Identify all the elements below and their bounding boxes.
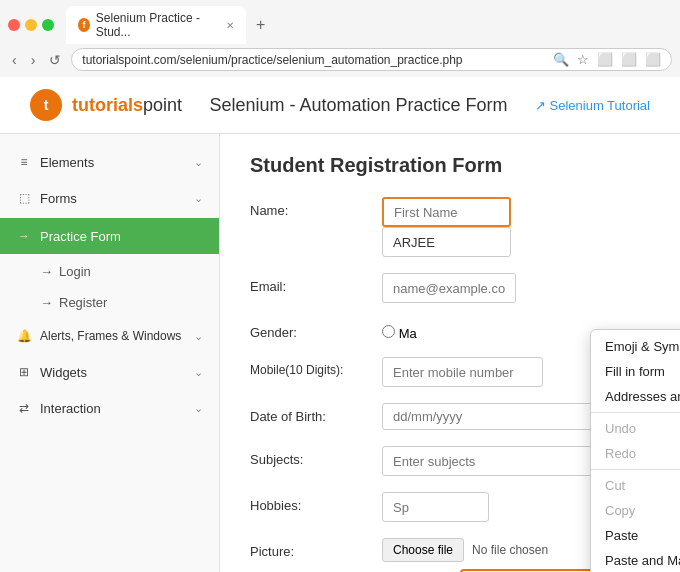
dob-input[interactable] [382,403,602,430]
gender-radio[interactable] [382,325,395,338]
email-label: Email: [250,273,370,294]
subjects-label: Subjects: [250,446,370,467]
logo-area: t tutorialspoint [30,89,182,121]
dob-label: Date of Birth: [250,403,370,424]
sidebar-item-widgets[interactable]: ⊞ Widgets ⌄ [0,354,219,390]
ctx-cut-label: Cut [605,478,625,493]
mobile-input[interactable] [382,357,543,387]
sidebar-item-elements[interactable]: ≡ Elements ⌄ [0,144,219,180]
close-traffic-light[interactable] [8,19,20,31]
sidebar-item-alerts[interactable]: 🔔 Alerts, Frames & Windows ⌄ [0,318,219,354]
ctx-cut: Cut [591,473,680,498]
sidebar-label-interaction: Interaction [40,401,101,416]
header-title: Selenium - Automation Practice Form [209,95,507,116]
sidebar-label-forms: Forms [40,191,77,206]
sidebar-item-forms[interactable]: ⬚ Forms ⌄ [0,180,219,216]
ctx-copy-label: Copy [605,503,635,518]
name-label: Name: [250,197,370,218]
refresh-button[interactable]: ↺ [45,50,65,70]
sidebar-item-practice-form[interactable]: → Practice Form [0,218,219,254]
page-wrapper: t tutorialspoint Selenium - Automation P… [0,77,680,564]
email-field-wrap [382,273,650,303]
last-name-input[interactable] [382,227,511,257]
chevron-elements: ⌄ [194,156,203,169]
name-input[interactable] [382,197,511,227]
tab-bar: Selenium Practice - Stud... ✕ + [0,0,680,44]
chevron-alerts: ⌄ [194,330,203,343]
subjects-input[interactable] [382,446,596,476]
back-button[interactable]: ‹ [8,50,21,70]
ctx-copy: Copy [591,498,680,523]
sidebar-label-elements: Elements [40,155,94,170]
selenium-tutorial-link[interactable]: ↗ Selenium Tutorial [535,98,650,113]
file-name-text: No file chosen [472,543,548,557]
mobile-label: Mobile(10 Digits): [250,357,370,377]
url-action-icons: 🔍 ☆ ⬜ ⬜ ⬜ [553,52,661,67]
ctx-fill[interactable]: Fill in form [591,359,680,384]
logo-text: tutorialspoint [72,95,182,116]
ctx-emoji-label: Emoji & Symbols [605,339,680,354]
tab-close-button[interactable]: ✕ [226,20,234,31]
choose-file-button[interactable]: Choose file [382,538,464,562]
sidebar-label-widgets: Widgets [40,365,87,380]
picture-label: Picture: [250,538,370,559]
page-title: Student Registration Form [250,154,650,177]
ctx-addresses-label: Addresses and more [605,389,680,404]
hobbies-label: Hobbies: [250,492,370,513]
gender-options: Ma [382,319,417,341]
practice-form-icon: → [16,228,32,244]
ctx-undo: Undo [591,416,680,441]
ctx-sep-2 [591,469,680,470]
gender-radio-label: Ma [382,325,417,341]
ctx-paste-label: Paste [605,528,638,543]
active-tab[interactable]: Selenium Practice - Stud... ✕ [66,6,246,44]
page-header: t tutorialspoint Selenium - Automation P… [0,77,680,134]
ctx-emoji[interactable]: Emoji & Symbols [591,334,680,359]
ctx-fill-label: Fill in form [605,364,665,379]
name-field [382,197,650,257]
context-menu: Emoji & Symbols Fill in form Addresses a… [590,329,680,572]
maximize-traffic-light[interactable] [42,19,54,31]
email-input[interactable] [382,273,516,303]
sidebar-item-login[interactable]: → Login [0,256,219,287]
ctx-redo-label: Redo [605,446,636,461]
ctx-addresses[interactable]: Addresses and more [591,384,680,409]
ctx-paste-match[interactable]: Paste and Match Style [591,548,680,572]
ctx-sep-1 [591,412,680,413]
chevron-interaction: ⌄ [194,402,203,415]
sidebar-item-interaction[interactable]: ⇄ Interaction ⌄ [0,390,219,426]
share-icon: ⬜ [597,52,613,67]
address-bar: ‹ › ↺ tutorialspoint.com/selenium/practi… [0,44,680,77]
chevron-widgets: ⌄ [194,366,203,379]
ctx-redo: Redo [591,441,680,466]
sidebar: ≡ Elements ⌄ ⬚ Forms ⌄ → Practice Form [0,134,220,572]
gender-option-text: Ma [399,326,417,341]
file-row: Choose file No file chosen [382,538,548,562]
interaction-icon: ⇄ [16,400,32,416]
ctx-undo-label: Undo [605,421,636,436]
alerts-icon: 🔔 [16,328,32,344]
extension-icon: ⬜ [621,52,637,67]
sidebar-label-register: Register [59,295,107,310]
ctx-paste-match-label: Paste and Match Style [605,553,680,568]
traffic-lights [8,19,54,31]
forward-button[interactable]: › [27,50,40,70]
sidebar-label-practice-form: Practice Form [40,229,121,244]
page-body: ≡ Elements ⌄ ⬚ Forms ⌄ → Practice Form [0,134,680,572]
browser-chrome: Selenium Practice - Stud... ✕ + ‹ › ↺ tu… [0,0,680,77]
minimize-traffic-light[interactable] [25,19,37,31]
ctx-paste[interactable]: Paste [591,523,680,548]
url-text: tutorialspoint.com/selenium/practice/sel… [82,53,547,67]
sidebar-label-alerts: Alerts, Frames & Windows [40,329,181,343]
main-content: Student Registration Form Name: Email: G… [220,134,680,572]
gender-label: Gender: [250,319,370,340]
hobbies-input[interactable] [382,492,489,522]
search-icon: 🔍 [553,52,569,67]
logo-icon: t [30,89,62,121]
url-input[interactable]: tutorialspoint.com/selenium/practice/sel… [71,48,672,71]
sidebar-label-login: Login [59,264,91,279]
tab-favicon [78,18,90,32]
email-row: Email: [250,273,650,303]
new-tab-button[interactable]: + [250,14,271,36]
sidebar-item-register[interactable]: → Register [0,287,219,318]
